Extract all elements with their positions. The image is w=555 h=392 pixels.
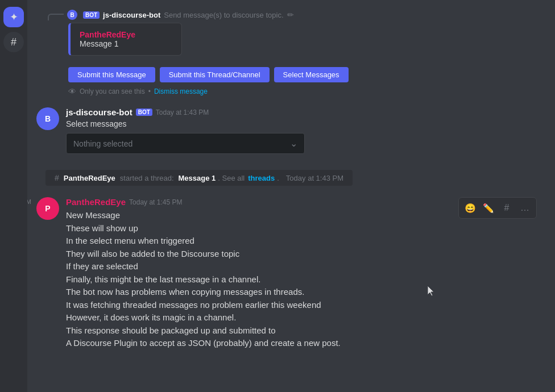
reply-indicator: B BOT js-discourse-bot Send message(s) t… — [48, 9, 546, 20]
main-content: B BOT js-discourse-bot Send message(s) t… — [27, 0, 555, 392]
msg-line-1: These will show up — [66, 222, 546, 235]
thread-hashtag-icon: # — [504, 203, 510, 213]
thread-icon: # — [55, 173, 59, 182]
ephemeral-notice-wrapper: 👁 Only you can see this • Dismiss messag… — [68, 87, 546, 96]
msg-line-3: They will also be added to the Discourse… — [66, 248, 546, 261]
select-dropdown[interactable]: Nothing selected ⌄ — [66, 133, 305, 154]
ephemeral-text: Only you can see this — [80, 87, 145, 95]
thread-timestamp: Today at 1:43 PM — [286, 174, 343, 182]
reply-bot-avatar: B — [67, 10, 77, 20]
edit-icon[interactable]: ✏ — [287, 10, 294, 19]
discord-logo-icon: ✦ — [10, 11, 18, 23]
thread-name: Message 1 — [179, 174, 216, 182]
dismiss-message-link[interactable]: Dismiss message — [154, 87, 208, 95]
message-area: B BOT js-discourse-bot Send message(s) t… — [27, 0, 555, 392]
discord-server-icon[interactable]: ✦ — [3, 7, 24, 27]
panthe-message-wrapper: 1:46 PM P PantheRedEye Today at 1:45 PM … — [36, 195, 546, 352]
reply-sender: PantheRedEye — [80, 30, 172, 39]
panthe-message-block: 1:46 PM P PantheRedEye Today at 1:45 PM … — [36, 195, 546, 352]
thread-see-all: . See all — [218, 174, 245, 182]
reply-card-wrapper: PantheRedEye Message 1 — [68, 23, 546, 62]
action-buttons: Submit this Message Submit this Thread/C… — [68, 67, 546, 82]
bot-username: js-discourse-bot — [66, 107, 132, 117]
chevron-down-icon: ⌄ — [290, 138, 297, 149]
ephemeral-separator: • — [148, 87, 151, 95]
hashtag-server-icon[interactable]: # — [3, 32, 24, 52]
reply-card: PantheRedEye Message 1 — [68, 23, 182, 56]
submit-thread-button[interactable]: Submit this Thread/Channel — [160, 67, 270, 82]
panthe-message-content: PantheRedEye Today at 1:45 PM New Messag… — [66, 197, 546, 350]
hashtag-icon: # — [11, 36, 16, 48]
thread-button[interactable]: # — [499, 200, 515, 216]
section-divider: # PantheRedEye started a thread: Message… — [36, 170, 546, 190]
reply-line — [48, 14, 64, 20]
bot-message-content: js-discourse-bot BOT Today at 1:43 PM Se… — [66, 107, 546, 154]
msg-line-7: It was fetching threaded messages no pro… — [66, 299, 546, 312]
msg-line-6: The bot now has problems when copying me… — [66, 286, 546, 299]
thread-sender: PantheRedEye — [64, 174, 115, 182]
bot-message-block: B js-discourse-bot BOT Today at 1:43 PM … — [36, 105, 546, 156]
reply-bot-badge: BOT — [83, 11, 100, 19]
panthe-timestamp: Today at 1:45 PM — [129, 198, 182, 206]
thread-action: started a thread: — [120, 174, 174, 182]
panthe-avatar: P — [36, 197, 59, 220]
thread-notification: # PantheRedEye started a thread: Message… — [45, 170, 353, 186]
threads-link[interactable]: threads — [248, 174, 275, 182]
msg-line-8: However, it does work its magic in a cha… — [66, 311, 546, 324]
bot-badge: BOT — [136, 109, 152, 116]
more-actions-button[interactable]: … — [517, 200, 533, 216]
select-messages-button[interactable]: Select Messages — [274, 67, 349, 82]
edit-message-button[interactable]: ✏️ — [481, 200, 496, 216]
bot-avatar: B — [36, 107, 59, 130]
thread-period: . — [277, 174, 279, 182]
reply-bot-name: js-discourse-bot — [103, 11, 160, 19]
msg-line-4: If they are selected — [66, 260, 546, 273]
action-buttons-wrapper: Submit this Message Submit this Thread/C… — [68, 67, 546, 82]
side-timestamp: 1:46 PM — [27, 198, 31, 205]
msg-line-5: Finally, this might be the last message … — [66, 273, 546, 286]
reply-message-preview: Message 1 — [80, 39, 172, 48]
msg-line-9: This response should be packaged up and … — [66, 324, 546, 337]
hover-actions: 😄 ✏️ # … — [458, 197, 537, 219]
reply-preview-text: Send message(s) to discourse topic. — [164, 11, 283, 19]
msg-line-2: In the select menu when triggered — [66, 235, 546, 248]
submit-message-button[interactable]: Submit this Message — [68, 67, 155, 82]
emoji-reaction-button[interactable]: 😄 — [462, 200, 478, 216]
spacer — [36, 159, 546, 168]
bot-message-header: js-discourse-bot BOT Today at 1:43 PM — [66, 107, 546, 117]
eye-icon: 👁 — [68, 87, 76, 96]
select-label: Select messages — [66, 119, 546, 128]
nothing-selected-text: Nothing selected — [73, 139, 132, 148]
sidebar: ✦ # — [0, 0, 27, 392]
panthe-username: PantheRedEye — [66, 197, 126, 207]
ephemeral-notice: 👁 Only you can see this • Dismiss messag… — [68, 87, 546, 96]
msg-line-10: A Discourse Plugin to accept as JSON (pr… — [66, 337, 546, 350]
bot-timestamp: Today at 1:43 PM — [156, 109, 209, 116]
